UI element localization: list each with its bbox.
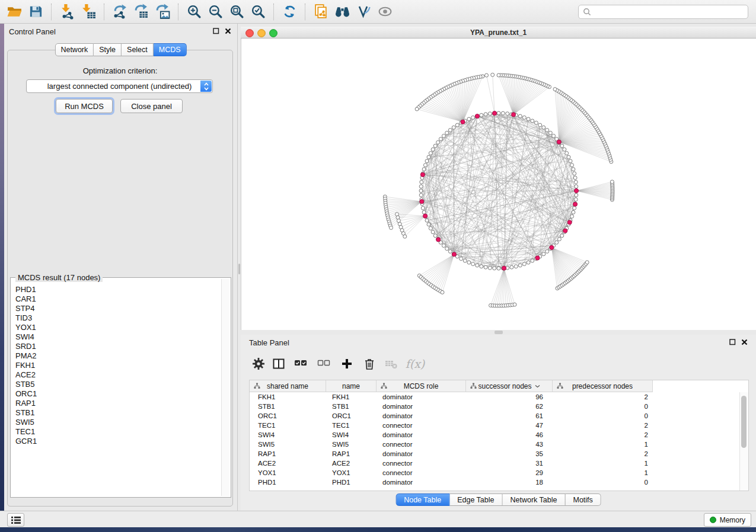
save-session-button[interactable] [25,2,46,22]
import-network-button[interactable] [56,2,78,22]
mcds-node[interactable] [420,172,425,177]
mcds-result-item[interactable]: ACE2 [15,370,221,380]
table-row[interactable]: RAP1RAP1dominator352 [250,449,748,459]
network-window-titlebar[interactable]: YPA_prune.txt_1 [241,27,756,39]
ring-node[interactable] [527,261,530,264]
table-row[interactable]: ORC1ORC1dominator610 [250,411,748,421]
leaf-node[interactable] [441,290,444,294]
mcds-result-item[interactable]: PMA2 [15,351,221,361]
node-table[interactable]: shared namenameMCDS rolesuccessor nodesp… [249,380,749,491]
mcds-node[interactable] [502,266,506,270]
column-header-shared-name[interactable]: shared name [250,380,326,392]
ring-node[interactable] [463,259,467,262]
mcds-result-item[interactable]: ORC1 [15,389,221,399]
mcds-result-item[interactable]: PHD1 [15,285,221,294]
mcds-result-item[interactable]: STB5 [15,380,221,389]
close-panel-icon[interactable] [225,28,231,34]
ring-node[interactable] [433,234,437,238]
ring-node[interactable] [422,168,426,171]
zoom-selected-button[interactable] [247,2,269,22]
leaf-node[interactable] [485,73,489,77]
ring-node[interactable] [442,244,445,248]
export-table-button[interactable] [130,2,152,22]
ring-node[interactable] [427,223,430,226]
leaf-node[interactable] [585,261,589,264]
column-header-predecessor-nodes[interactable]: predecessor nodes [553,380,653,392]
ring-node[interactable] [569,159,572,163]
ring-node[interactable] [452,126,455,129]
leaf-node[interactable] [610,180,614,184]
ring-node[interactable] [467,261,471,264]
mcds-node[interactable] [557,140,561,144]
show-columns-button[interactable] [268,355,289,373]
table-scrollbar[interactable] [739,392,748,491]
ring-node[interactable] [471,262,475,266]
ring-node[interactable] [455,123,459,127]
tab-style[interactable]: Style [94,43,122,56]
ring-node[interactable] [573,172,576,175]
find-button[interactable] [331,2,353,22]
leaf-node[interactable] [513,303,516,306]
ring-node[interactable] [552,134,556,137]
open-file-button[interactable] [4,2,25,22]
ring-node[interactable] [570,164,574,167]
ring-node[interactable] [573,176,577,180]
ring-node[interactable] [575,193,578,197]
mcds-result-item[interactable]: FKH1 [15,361,221,370]
ring-node[interactable] [431,230,435,234]
ring-node[interactable] [572,210,575,214]
ring-node[interactable] [460,257,463,261]
ring-node[interactable] [565,152,569,155]
ring-node[interactable] [448,249,452,253]
mcds-node[interactable] [452,252,456,257]
ring-node[interactable] [557,238,561,241]
mcds-node[interactable] [550,245,554,249]
select-all-button[interactable] [289,355,313,373]
table-row[interactable]: SWI5SWI5connector431 [250,440,748,449]
ring-node[interactable] [429,226,432,230]
table-row[interactable]: TEC1TEC1connector472 [250,421,748,430]
ring-node[interactable] [522,116,526,119]
leaf-node[interactable] [497,73,500,77]
function-builder-button-disabled[interactable]: f(x) [402,355,428,373]
export-network-button[interactable] [109,2,130,22]
mcds-result-item[interactable]: STP4 [15,304,221,313]
ring-node[interactable] [518,264,522,267]
column-header-name[interactable]: name [326,380,377,392]
ring-node[interactable] [442,134,445,137]
import-table-button[interactable] [78,2,99,22]
ring-node[interactable] [431,148,435,151]
mcds-node[interactable] [563,229,567,233]
ring-node[interactable] [419,185,423,188]
mcds-node[interactable] [535,256,540,260]
leaf-node[interactable] [491,73,495,76]
ring-node[interactable] [531,259,534,262]
toggle-visibility-button[interactable] [374,2,395,22]
column-header-mcds-role[interactable]: MCDS role [377,380,466,392]
table-row[interactable]: ACE2ACE2connector311 [250,459,748,468]
ring-node[interactable] [445,247,449,251]
mcds-node[interactable] [461,120,465,124]
mcds-node[interactable] [436,238,441,242]
ring-node[interactable] [563,148,566,151]
tab-mcds[interactable]: MCDS [154,43,187,56]
ring-node[interactable] [518,114,522,118]
ring-node[interactable] [546,249,549,253]
ring-node[interactable] [425,159,429,163]
add-column-button[interactable] [336,355,358,373]
column-header-successor-nodes[interactable]: successor nodes [466,380,553,392]
ring-node[interactable] [542,252,546,256]
ring-node[interactable] [575,185,578,188]
table-row[interactable]: SWI4SWI4dominator462 [250,430,748,440]
ring-node[interactable] [542,126,546,129]
ring-node[interactable] [429,152,432,155]
leaf-node[interactable] [390,226,393,230]
ring-node[interactable] [538,123,542,127]
mcds-node[interactable] [574,188,578,193]
ring-node[interactable] [480,265,483,268]
zoom-out-button[interactable] [205,2,226,22]
clone-network-button[interactable] [310,2,331,22]
mcds-node[interactable] [567,220,572,225]
table-row[interactable]: YOX1YOX1connector291 [250,468,748,477]
leaf-node[interactable] [395,213,399,216]
